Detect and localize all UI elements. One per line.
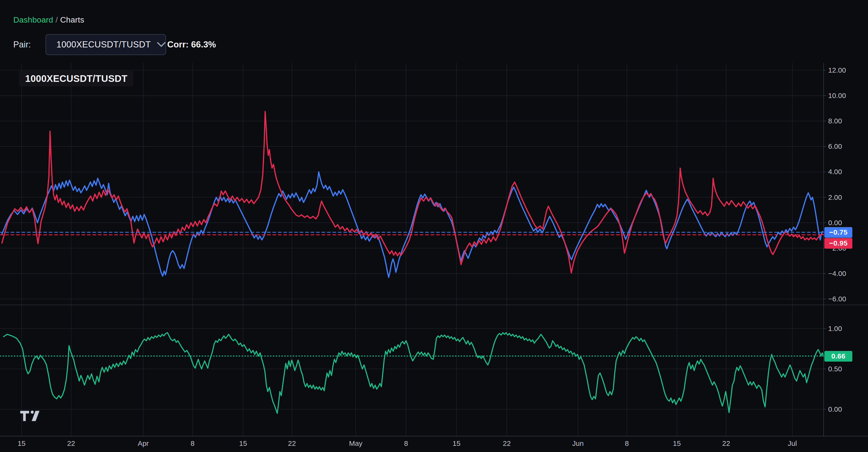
time-tick-label: 22 [722,440,730,448]
time-tick-label: Jun [572,440,584,448]
chart-canvas[interactable] [0,0,868,452]
price-tick-label: 1.00 [828,324,842,333]
price-tick-label: 0.00 [828,405,842,414]
price-tick-label: 0.50 [828,364,842,373]
price-tick-label: 2.00 [828,193,842,202]
time-tick-label: 15 [453,440,460,448]
time-tick-label: 8 [625,440,629,448]
price-tick-label: 8.00 [828,117,842,125]
price-tick-label: 10.00 [828,91,846,100]
series-line-correlation [4,333,824,413]
price-tick-label: 4.00 [828,167,842,176]
last-value-badge-correlation: 0.66 [824,351,852,362]
time-tick-label: 8 [404,440,408,448]
chart-legend-title[interactable]: 1000XECUSDT/TUSDT [19,71,133,86]
time-tick-label: 22 [288,440,296,448]
last-price-badge-blue: −0.75 [824,227,852,238]
price-tick-label: 12.00 [828,66,846,75]
time-tick-label: 15 [18,440,25,448]
series-line-spread-red [2,112,824,273]
time-tick-label: Jul [788,440,797,448]
price-tick-label: −4.00 [828,269,846,278]
time-tick-label: 22 [503,440,510,448]
price-tick-label: 0.00 [828,218,842,227]
time-tick-label: Apr [138,440,149,448]
time-tick-label: 15 [239,440,247,448]
tradingview-logo[interactable] [19,409,42,423]
time-tick-label: 22 [67,440,75,448]
price-tick-label: −6.00 [828,295,846,303]
price-tick-label: 6.00 [828,142,842,151]
time-tick-label: 8 [191,440,195,448]
time-tick-label: 15 [673,440,681,448]
time-tick-label: May [349,440,363,448]
last-price-badge-red: −0.95 [824,238,852,249]
